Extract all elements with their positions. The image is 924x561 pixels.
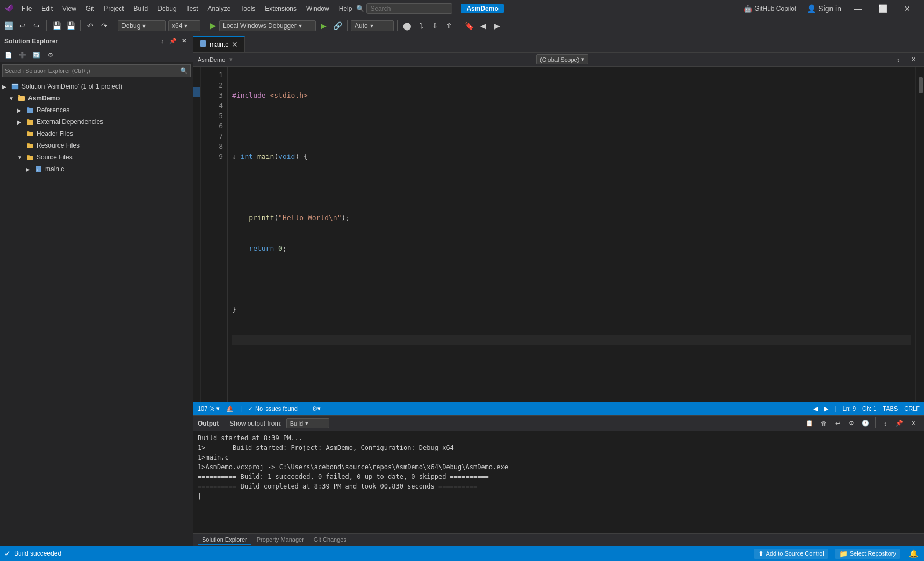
output-clock-button[interactable]: 🕐: [859, 417, 872, 430]
gutter-line-6[interactable]: [193, 118, 200, 128]
attach-button[interactable]: 🔗: [331, 19, 344, 32]
add-to-source-control-button[interactable]: ⬆ Add to Source Control: [754, 549, 828, 559]
menu-git[interactable]: Git: [82, 3, 98, 14]
start-debug-button[interactable]: ▶: [317, 19, 330, 32]
save-button[interactable]: 💾: [50, 19, 63, 32]
breakpoint-button[interactable]: ⬤: [401, 19, 414, 32]
output-scrollbar[interactable]: [920, 431, 924, 533]
debugger-dropdown[interactable]: Local Windows Debugger ▾: [219, 20, 316, 31]
redo-button[interactable]: ↪: [30, 19, 43, 32]
se-search-icon[interactable]: 🔍: [180, 67, 188, 75]
code-content[interactable]: #include <stdio.h> ↓ int main(void) { pr…: [228, 67, 915, 402]
no-issues-status[interactable]: ✓ No issues found: [248, 405, 298, 412]
tab-solution-explorer[interactable]: Solution Explorer: [198, 535, 251, 545]
indent-type-status[interactable]: TABS: [883, 405, 898, 412]
menu-analyze[interactable]: Analyze: [204, 3, 235, 14]
maximize-button[interactable]: ⬜: [870, 0, 895, 17]
tree-solution[interactable]: ▶ Solution 'AsmDemo' (1 of 1 project): [0, 81, 193, 92]
gutter-line-3-active[interactable]: [193, 87, 200, 97]
se-sync-button[interactable]: ↕: [157, 37, 167, 46]
output-expand-button[interactable]: ↕: [879, 417, 892, 430]
menu-project[interactable]: Project: [99, 3, 128, 14]
editor-scrollbar[interactable]: [915, 67, 924, 402]
se-pin-button[interactable]: 📌: [168, 37, 178, 46]
sign-in-button[interactable]: 👤 Sign in: [803, 2, 846, 15]
output-clear-button[interactable]: 🗑: [817, 417, 830, 430]
menu-window[interactable]: Window: [302, 3, 334, 14]
gutter-line-1[interactable]: [193, 67, 200, 77]
editor-path-prefix[interactable]: AsmDemo: [198, 56, 225, 63]
menu-build[interactable]: Build: [129, 3, 153, 14]
menu-file[interactable]: File: [17, 3, 36, 14]
redo2-button[interactable]: ↷: [98, 19, 111, 32]
tab-main-c[interactable]: main.c ✕: [193, 36, 245, 52]
output-wrap-button[interactable]: ↩: [831, 417, 844, 430]
gutter-line-9[interactable]: [193, 148, 200, 158]
minimize-button[interactable]: —: [846, 0, 870, 17]
output-content[interactable]: Build started at 8:39 PM... 1>------ Bui…: [193, 431, 920, 533]
gutter-line-7[interactable]: [193, 128, 200, 138]
se-refresh-button[interactable]: 🔄: [30, 49, 43, 62]
tree-external-deps[interactable]: ▶ External Dependencies: [0, 116, 193, 128]
tree-source-files[interactable]: ▼ Source Files: [0, 151, 193, 163]
menu-edit[interactable]: Edit: [37, 3, 57, 14]
eol-type-status[interactable]: CRLF: [904, 405, 920, 412]
se-settings-button[interactable]: ⚙: [44, 49, 57, 62]
output-close-button[interactable]: ✕: [907, 417, 920, 430]
menu-tools[interactable]: Tools: [236, 3, 259, 14]
menu-help[interactable]: Help: [335, 3, 357, 14]
output-pin-button[interactable]: 📌: [893, 417, 906, 430]
debug-config-dropdown[interactable]: Debug ▾: [118, 20, 166, 31]
arch-dropdown[interactable]: x64 ▾: [168, 20, 200, 31]
menu-debug[interactable]: Debug: [153, 3, 181, 14]
save-all-button[interactable]: 💾: [64, 19, 77, 32]
references-arrow-icon: ▶: [17, 107, 26, 113]
bookmark-button[interactable]: 🔖: [463, 19, 475, 32]
se-add-button[interactable]: ➕: [16, 49, 29, 62]
gutter-line-4[interactable]: [193, 97, 200, 107]
github-copilot[interactable]: 🤖 GitHub Copilot: [743, 5, 796, 13]
gutter-line-8[interactable]: [193, 138, 200, 148]
gutter-line-5[interactable]: [193, 107, 200, 118]
run-button[interactable]: ▶: [207, 20, 218, 31]
new-project-button[interactable]: 🆕: [2, 19, 15, 32]
prev-bookmark-button[interactable]: ◀: [477, 19, 489, 32]
output-copy-button[interactable]: 📋: [803, 417, 816, 430]
menu-view[interactable]: View: [58, 3, 81, 14]
auto-dropdown[interactable]: Auto ▾: [351, 20, 394, 31]
editor-expand-button[interactable]: ↕: [892, 53, 905, 66]
gutter-line-2[interactable]: [193, 77, 200, 87]
step-over-button[interactable]: ⤵: [415, 19, 428, 32]
select-repository-button[interactable]: 📁 Select Repository: [835, 549, 900, 559]
tree-main-c[interactable]: ▶ c main.c: [0, 163, 193, 175]
tab-property-manager[interactable]: Property Manager: [252, 535, 308, 545]
tree-project[interactable]: ▼ AsmDemo: [0, 92, 193, 104]
se-new-file-button[interactable]: 📄: [2, 49, 15, 62]
undo-button[interactable]: ↩: [16, 19, 29, 32]
bell-button[interactable]: 🔔: [907, 547, 920, 560]
output-source-dropdown[interactable]: Build ▾: [286, 418, 329, 428]
editor-scrollbar-thumb[interactable]: [919, 77, 923, 93]
close-button[interactable]: ✕: [895, 0, 920, 17]
filter-icon[interactable]: ⚙▾: [312, 405, 321, 412]
menu-extensions[interactable]: Extensions: [261, 3, 301, 14]
se-close-button[interactable]: ✕: [179, 37, 189, 46]
search-input[interactable]: [366, 3, 452, 14]
tree-references[interactable]: ▶ References: [0, 104, 193, 116]
zoom-level[interactable]: 107 % ▾: [198, 405, 220, 412]
tab-git-changes[interactable]: Git Changes: [309, 535, 351, 545]
step-into-button[interactable]: ⇩: [429, 19, 442, 32]
git-status-icon[interactable]: ⛵: [226, 405, 234, 412]
navigation-prev-button[interactable]: ◀: [813, 405, 818, 412]
editor-scope-dropdown[interactable]: (Global Scope) ▾: [536, 54, 588, 64]
output-settings-button[interactable]: ⚙: [845, 417, 858, 430]
navigation-next-button[interactable]: ▶: [824, 405, 828, 412]
tree-resource-files[interactable]: Resource Files: [0, 140, 193, 151]
editor-close-button[interactable]: ✕: [907, 53, 920, 66]
undo2-button[interactable]: ↶: [84, 19, 97, 32]
tree-header-files[interactable]: Header Files: [0, 128, 193, 140]
tab-close-icon[interactable]: ✕: [232, 40, 238, 49]
next-bookmark-button[interactable]: ▶: [490, 19, 503, 32]
step-out-button[interactable]: ⇧: [443, 19, 456, 32]
menu-test[interactable]: Test: [182, 3, 203, 14]
